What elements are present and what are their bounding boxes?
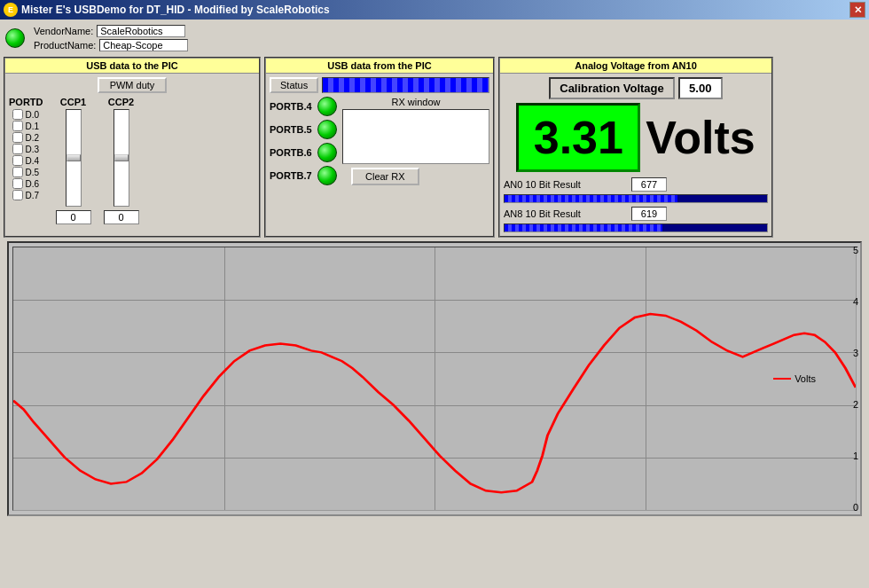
ccp1-value: 0 <box>56 210 91 224</box>
vendor-info-bar: VendorName: ScaleRobotics ProductName: C… <box>4 23 865 53</box>
an0-value: 677 <box>631 177 667 192</box>
portd-d6-checkbox[interactable] <box>12 178 23 189</box>
portd-d1-checkbox[interactable] <box>12 121 23 131</box>
vendor-name-value: ScaleRobotics <box>97 25 185 37</box>
an8-label: AN8 10 Bit Result <box>504 208 628 219</box>
ccp1-label: CCP1 <box>60 97 86 107</box>
vendor-info: VendorName: ScaleRobotics ProductName: C… <box>34 25 188 51</box>
analog-voltage-panel: Analog Voltage from AN10 Calibration Vol… <box>498 57 773 238</box>
usb-from-pic-header: USB data from the PIC <box>266 59 493 74</box>
connection-led <box>5 28 25 48</box>
product-name-label: ProductName: <box>34 40 96 51</box>
an0-progress-bar <box>504 194 768 203</box>
an8-value: 619 <box>631 207 667 221</box>
status-progress-bar <box>322 77 489 93</box>
legend-line-icon <box>773 378 791 380</box>
portb-indicators: PORTB.4 PORTB.5 PORTB.6 PORTB.7 <box>270 97 337 185</box>
chart-svg <box>13 247 856 510</box>
status-button[interactable]: Status <box>270 77 318 93</box>
calibration-label: Calibration Voltage <box>549 77 675 99</box>
chart-legend: Volts <box>773 373 816 384</box>
portd-checkboxes: D.0 D.1 D.2 D.3 D.4 D.5 D.6 D.7 <box>12 109 39 200</box>
ccp2-label: CCP2 <box>108 97 134 107</box>
chart-canvas-area <box>12 247 857 511</box>
portd-d5-checkbox[interactable] <box>12 167 23 177</box>
usb-from-pic-panel: USB data from the PIC Status PORTB.4 <box>264 57 495 238</box>
an0-progress-fill <box>505 195 677 202</box>
legend-label: Volts <box>795 373 816 384</box>
rx-window-label: RX window <box>342 97 489 107</box>
portb6-led <box>317 143 337 162</box>
ccp1-slider-track <box>66 109 82 207</box>
portd-d4-checkbox[interactable] <box>12 155 23 166</box>
title-bar: E Mister E's USBDemo for DT_HID - Modifi… <box>0 0 869 20</box>
portb4-led <box>317 97 337 116</box>
ccp2-value: 0 <box>104 210 139 224</box>
pwm-duty-button[interactable]: PWM duty <box>98 77 168 93</box>
title-text: Mister E's USBDemo for DT_HID - Modified… <box>21 4 330 16</box>
chart-y-labels: 5 4 3 2 1 0 <box>828 243 860 514</box>
portb7-led <box>317 166 337 185</box>
portb4-label: PORTB.4 <box>270 101 314 112</box>
portb7-label: PORTB.7 <box>270 170 314 181</box>
rx-textarea[interactable] <box>342 109 489 164</box>
an8-progress-fill <box>505 224 662 231</box>
portd-d0-checkbox[interactable] <box>12 109 23 120</box>
calibration-value: 5.00 <box>678 77 723 99</box>
vendor-name-label: VendorName: <box>34 26 93 36</box>
rx-window-area: RX window Clear RX <box>342 97 489 185</box>
portb5-label: PORTB.5 <box>270 124 314 135</box>
product-name-value: Cheap-Scope <box>99 39 188 51</box>
usb-to-pic-header: USB data to the PIC <box>5 59 259 74</box>
portd-d2-checkbox[interactable] <box>12 132 23 143</box>
portb6-label: PORTB.6 <box>270 147 314 158</box>
clear-rx-button[interactable]: Clear RX <box>351 168 419 185</box>
an0-label: AN0 10 Bit Result <box>504 179 628 190</box>
chart-area: 5 4 3 2 1 0 Volts <box>7 241 862 516</box>
portd-label: PORTD <box>9 97 43 107</box>
status-progress-fill <box>323 78 489 92</box>
ccp1-slider-thumb[interactable] <box>67 154 81 161</box>
an8-progress-bar <box>504 223 768 232</box>
usb-to-pic-panel: USB data to the PIC PWM duty PORTD D.0 D… <box>4 57 261 238</box>
portd-d3-checkbox[interactable] <box>12 144 23 154</box>
app-icon: E <box>4 3 18 17</box>
close-button[interactable]: ✕ <box>849 2 865 18</box>
voltage-unit-label: Volts <box>646 111 755 164</box>
ccp2-slider-thumb[interactable] <box>114 154 129 161</box>
portb5-led <box>317 120 337 139</box>
analog-voltage-header: Analog Voltage from AN10 <box>500 59 771 74</box>
portd-d7-checkbox[interactable] <box>12 190 23 200</box>
ccp2-slider-track <box>114 109 129 207</box>
voltage-display-number: 3.31 <box>516 103 640 172</box>
